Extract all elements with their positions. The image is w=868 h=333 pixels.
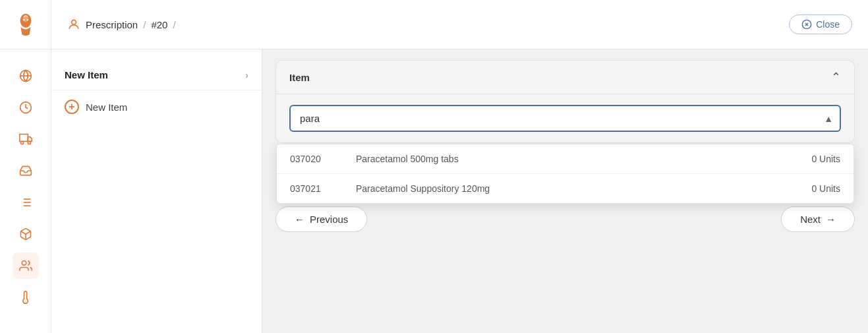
add-item-row[interactable]: + New Item: [51, 90, 262, 123]
sidebar-icon-globe[interactable]: [13, 63, 39, 89]
item-card-header: Item ⌃: [276, 61, 854, 94]
left-panel-item[interactable]: New Item ›: [51, 60, 262, 90]
dropdown-units-1: 0 Units: [811, 183, 840, 194]
breadcrumb-person-icon: [67, 18, 80, 31]
svg-marker-12: [28, 137, 32, 142]
dropdown-name-1: Paracetamol Suppository 120mg: [356, 183, 811, 194]
dropdown-item-0[interactable]: 037020 Paracetamol 500mg tabs 0 Units: [277, 144, 854, 174]
close-label: Close: [816, 19, 840, 30]
add-circle-icon: +: [65, 100, 79, 114]
item-card-body: ▲ 037020 Paracetamol 500mg tabs 0 Units …: [276, 94, 854, 142]
sidebar: [0, 49, 51, 333]
top-header: Prescription / #20 / Close: [51, 0, 868, 49]
breadcrumb: Prescription / #20 /: [67, 18, 176, 31]
svg-point-4: [72, 20, 76, 24]
svg-point-22: [22, 261, 26, 266]
next-label: Next: [800, 214, 821, 225]
next-button[interactable]: Next →: [781, 206, 855, 232]
sidebar-icon-clock[interactable]: [13, 94, 39, 121]
svg-point-14: [28, 141, 30, 144]
close-button[interactable]: Close: [789, 15, 852, 34]
search-input-wrapper: ▲: [289, 105, 841, 132]
svg-point-13: [20, 141, 23, 144]
sidebar-icon-users[interactable]: [13, 253, 39, 279]
svg-point-2: [23, 19, 24, 20]
item-search-input[interactable]: [289, 105, 841, 132]
main-body: New Item › + New Item Item ⌃ ▲: [0, 49, 868, 333]
sidebar-icon-truck[interactable]: [13, 126, 39, 152]
item-card-title: Item: [289, 72, 310, 83]
breadcrumb-prescription: Prescription: [86, 19, 138, 30]
previous-label: Previous: [310, 214, 348, 225]
collapse-icon[interactable]: ⌃: [831, 70, 841, 84]
add-item-label: New Item: [86, 102, 127, 113]
dropdown-list: 037020 Paracetamol 500mg tabs 0 Units 03…: [276, 144, 854, 204]
close-circle-icon: [801, 19, 812, 30]
arrow-right-icon: →: [826, 214, 836, 225]
app-container: Prescription / #20 / Close: [0, 0, 868, 333]
nav-buttons: ← Previous Next →: [275, 206, 855, 232]
dropdown-code-0: 037020: [290, 154, 356, 164]
sidebar-icon-inbox[interactable]: [13, 158, 39, 184]
right-content: Item ⌃ ▲ 037020 Paracetamol 500mg tabs 0…: [262, 49, 868, 333]
svg-point-3: [26, 19, 28, 20]
left-panel-item-label: New Item: [65, 69, 108, 80]
breadcrumb-number: #20: [151, 19, 167, 30]
item-card: Item ⌃ ▲ 037020 Paracetamol 500mg tabs 0…: [275, 60, 855, 143]
dropdown-code-1: 037021: [290, 183, 356, 194]
svg-rect-11: [19, 135, 27, 142]
left-panel: New Item › + New Item: [51, 49, 262, 333]
dropdown-units-0: 0 Units: [811, 154, 840, 164]
dropdown-item-1[interactable]: 037021 Paracetamol Suppository 120mg 0 U…: [277, 174, 854, 203]
dropdown-name-0: Paracetamol 500mg tabs: [356, 154, 811, 164]
arrow-left-icon: ←: [295, 214, 304, 225]
sidebar-icon-list[interactable]: [13, 189, 39, 216]
search-dropdown-arrow-icon: ▲: [824, 113, 833, 124]
app-logo: [13, 12, 38, 37]
sidebar-icon-box[interactable]: [13, 221, 39, 247]
previous-button[interactable]: ← Previous: [275, 206, 367, 232]
logo-area: [0, 0, 51, 49]
sidebar-icon-thermometer[interactable]: [13, 284, 39, 311]
chevron-right-icon: ›: [245, 70, 248, 80]
